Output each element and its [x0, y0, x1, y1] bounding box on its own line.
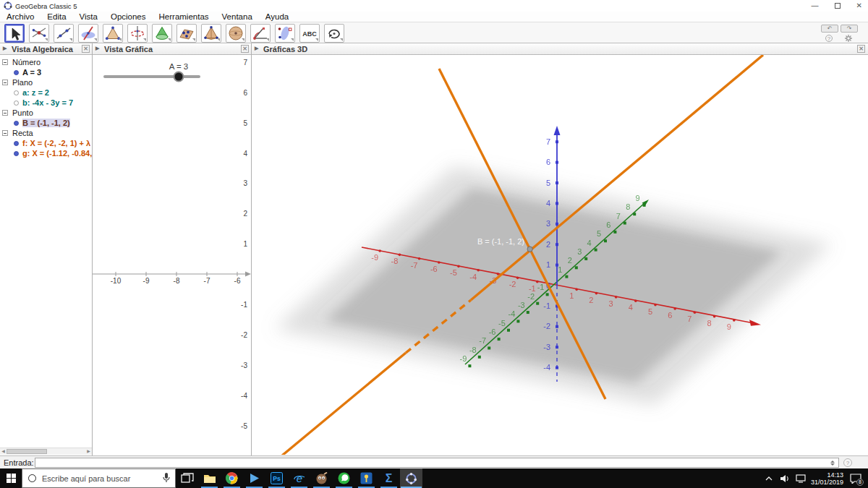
line-tool-button[interactable]	[54, 24, 74, 43]
clock-date: 31/01/2019	[811, 479, 843, 486]
panel-menu-triangle-icon[interactable]: ▶	[255, 46, 258, 51]
taskbar-search-box[interactable]: Escribe aquí para buscar	[22, 468, 176, 488]
collapse-icon[interactable]	[2, 80, 8, 85]
volume-icon[interactable]	[779, 468, 791, 488]
redo-button[interactable]: ↷	[841, 25, 858, 33]
taskbar-app-gimp[interactable]	[310, 468, 333, 488]
text-tool-button[interactable]: ABC	[299, 24, 320, 43]
network-icon[interactable]	[795, 468, 807, 488]
taskbar-app-blue-key-app[interactable]	[355, 468, 378, 488]
rotate-view-tool-button[interactable]	[324, 24, 344, 43]
svg-text:6: 6	[243, 89, 247, 97]
taskbar-app-internet-explorer[interactable]: e	[288, 468, 310, 488]
svg-text:-7: -7	[411, 261, 418, 270]
notification-center-icon[interactable]: 8	[848, 468, 864, 488]
start-button[interactable]	[0, 468, 22, 488]
input-bar-label: Entrada:	[4, 458, 34, 467]
input-help-icon[interactable]: ?	[843, 458, 852, 467]
scroll-right-icon[interactable]: ▶	[85, 448, 92, 455]
help-icon[interactable]: ?	[825, 35, 833, 42]
algebra-section-número[interactable]: Número	[0, 57, 92, 67]
close-button[interactable]: ✕	[856, 0, 862, 12]
algebra-input-field[interactable]	[35, 458, 839, 468]
object-visible-dot-icon[interactable]	[14, 141, 19, 146]
object-visible-dot-icon[interactable]	[14, 151, 19, 156]
taskbar-app-chrome[interactable]	[221, 468, 243, 488]
menu-opciones[interactable]: Opciones	[104, 12, 153, 22]
taskbar-app-geogebra[interactable]	[400, 468, 422, 488]
algebra-section-plano[interactable]: Plano	[0, 77, 92, 87]
settings-gear-icon[interactable]	[845, 35, 852, 42]
panel-menu-triangle-icon[interactable]: ▶	[95, 46, 99, 51]
menu-herramientas[interactable]: Herramientas	[153, 12, 216, 22]
collapse-icon[interactable]	[2, 110, 8, 116]
graphics3d-close-icon[interactable]: ✕	[857, 45, 865, 53]
collapse-icon[interactable]	[2, 130, 8, 136]
algebra-object-row[interactable]: B = (-1, -1, 2)	[0, 118, 92, 128]
algebra-horizontal-scrollbar[interactable]: ◀ ▶	[0, 448, 92, 455]
graphics3d-panel-header[interactable]: ▶ Gráficas 3D ✕	[252, 43, 868, 55]
scroll-left-icon[interactable]: ◀	[0, 448, 7, 455]
taskbar-app-file-explorer[interactable]	[198, 468, 221, 488]
plane-through-points-tool-button[interactable]	[176, 24, 197, 43]
svg-text:-1: -1	[537, 283, 545, 291]
polygon-tool-button[interactable]	[103, 24, 123, 43]
minimize-button[interactable]: —	[812, 0, 819, 12]
angle-tool-button[interactable]	[250, 24, 271, 43]
graphics-view-panel: ▶ Vista Gráfica ✕ A = 3-10-9-8-7-6765432…	[93, 43, 252, 455]
svg-text:4: 4	[546, 199, 550, 207]
object-hidden-circle-icon[interactable]	[14, 90, 19, 95]
algebra-object-row[interactable]: A = 3	[0, 67, 92, 77]
collapse-icon[interactable]	[2, 59, 8, 65]
object-visible-dot-icon[interactable]	[14, 70, 19, 75]
menu-ayuda[interactable]: Ayuda	[259, 12, 295, 22]
svg-text:6: 6	[606, 221, 610, 229]
taskbar-app-whatsapp[interactable]	[333, 468, 355, 488]
clock-time: 14:13	[811, 471, 843, 479]
algebra-section-recta[interactable]: Recta	[0, 128, 92, 138]
panel-menu-triangle-icon[interactable]: ▶	[3, 46, 7, 51]
graphics-close-icon[interactable]: ✕	[241, 45, 249, 53]
restore-button[interactable]	[835, 3, 841, 9]
reflect-tool-button[interactable]	[275, 24, 295, 43]
toolbar: ↶ ↷ ? ABC	[0, 22, 868, 43]
svg-text:-2: -2	[509, 280, 516, 288]
taskbar-app-sigma-app[interactable]: Σ	[378, 468, 400, 488]
graphics-3d-canvas[interactable]: -9-8-7-6-5-4-3-2-1123456789-9-8-7-6-5-4-…	[252, 55, 868, 455]
algebra-object-row[interactable]: b: -4x - 3y = 7	[0, 98, 92, 108]
algebra-panel-header[interactable]: ▶ Vista Algebraica ✕	[0, 43, 92, 55]
svg-text:-9: -9	[460, 354, 467, 363]
intersect-surfaces-tool-button[interactable]	[152, 24, 172, 43]
input-history-spinner-icon[interactable]	[829, 458, 835, 467]
algebra-section-punto[interactable]: Punto	[0, 108, 92, 118]
menu-ventana[interactable]: Ventana	[216, 12, 259, 22]
algebra-object-row[interactable]: f: X = (-2, -2, 1) + λ (1,	[0, 138, 92, 148]
object-hidden-circle-icon[interactable]	[14, 100, 19, 106]
menu-archivo[interactable]: Archivo	[0, 12, 41, 22]
hidden-icons-chevron-icon[interactable]	[763, 468, 775, 488]
scrollbar-thumb[interactable]	[7, 449, 47, 454]
graphics-2d-canvas[interactable]: A = 3-10-9-8-7-67654321-1-2-3-4-5	[93, 55, 251, 455]
pyramid-tool-button[interactable]	[201, 24, 221, 43]
move-tool-button[interactable]	[4, 24, 25, 43]
algebra-object-row[interactable]: a: z = 2	[0, 87, 92, 98]
microphone-icon[interactable]	[163, 473, 170, 484]
point-tool-button[interactable]	[29, 24, 49, 43]
taskbar-app-movies-tv[interactable]	[243, 468, 265, 488]
taskbar-app-photoshop[interactable]: Ps	[265, 468, 288, 488]
graphics-panel-header[interactable]: ▶ Vista Gráfica ✕	[93, 43, 251, 55]
sphere-tool-button[interactable]	[226, 24, 246, 43]
object-definition: f: X = (-2, -2, 1) + λ (1,	[22, 139, 92, 147]
algebra-close-icon[interactable]: ✕	[82, 45, 90, 53]
perpendicular-line-tool-button[interactable]	[78, 24, 98, 43]
menu-vista[interactable]: Vista	[73, 12, 104, 22]
circle-axis-tool-button[interactable]	[127, 24, 148, 43]
clock[interactable]: 14:13 31/01/2019	[811, 471, 843, 486]
svg-text:4: 4	[629, 303, 633, 312]
geogebra-logo-icon	[4, 1, 12, 10]
menu-edita[interactable]: Edita	[41, 12, 72, 22]
taskbar-app-task-view[interactable]	[176, 468, 198, 488]
undo-button[interactable]: ↶	[821, 25, 838, 33]
object-visible-dot-icon[interactable]	[14, 121, 19, 126]
algebra-object-row[interactable]: g: X = (-1.12, -0.84, 2)	[0, 148, 92, 158]
